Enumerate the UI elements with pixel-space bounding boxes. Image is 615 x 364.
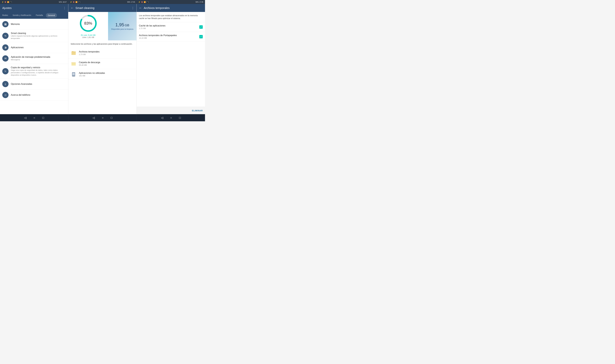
- back-nav-3[interactable]: ◁: [161, 116, 163, 119]
- opciones-text: Opciones Avanzadas: [11, 83, 32, 85]
- descarga-icon: [71, 61, 77, 67]
- mute-icon-1: 🔇: [4, 1, 6, 3]
- recent-nav-1[interactable]: □: [42, 116, 44, 119]
- panel-ajustes: Ajustes ⋮ Redes Sonido y Notificación Pa…: [0, 4, 68, 114]
- back-nav-2[interactable]: ◁: [93, 116, 95, 119]
- svg-rect-8: [72, 73, 75, 75]
- cache-title: Caché de las aplicaciones: [139, 25, 199, 27]
- home-nav-3[interactable]: ○: [170, 116, 172, 119]
- status-bar-3: ⚡ 🔇 📶 📳 59% 17:45: [137, 0, 205, 4]
- tab-sonido[interactable]: Sonido y Notificación: [10, 12, 33, 19]
- sc-item-descarga[interactable]: Carpeta de descarga 35,48 MB: [68, 58, 137, 69]
- signal-icon-3: 📳: [147, 1, 149, 3]
- libre-label: Libre: 1,81 GB: [81, 36, 96, 39]
- portapapeles-checkbox[interactable]: ✓: [199, 35, 203, 39]
- aplicaciones-title: Aplicaciones: [11, 46, 24, 49]
- settings-item-acerca[interactable]: ◫ Acerca del teléfono: [0, 90, 68, 101]
- signal-icon-1: 📳: [10, 1, 12, 3]
- panel-smart-cleaning: ← Smart cleaning ⋮ 83% En uso:: [68, 4, 137, 114]
- back-button-archivos[interactable]: ←: [139, 6, 142, 10]
- memoria-text: Memoria: [11, 23, 20, 26]
- memoria-title: Memoria: [11, 23, 20, 26]
- sc-item-no-utilizadas[interactable]: Aplicaciones no utilizadas 191 MB: [68, 69, 137, 80]
- settings-item-aplicaciones[interactable]: ◑ Aplicaciones: [0, 42, 68, 53]
- backup-text: Copia de seguridad y reinicio Haga una c…: [11, 66, 66, 76]
- recent-nav-2[interactable]: □: [111, 116, 112, 119]
- no-utilizadas-text: Aplicaciones no utilizadas 191 MB: [79, 72, 105, 77]
- nav-bar-2: ◁ ○ □: [68, 114, 137, 121]
- wifi-icon-1: 📶: [7, 1, 9, 3]
- portapapeles-title: Archivos temporales de Portapapeles: [139, 34, 199, 37]
- mute-icon-2: 🔇: [73, 1, 75, 3]
- available-value: 1,95: [115, 22, 124, 27]
- acerca-icon: ◫: [2, 92, 9, 98]
- ajustes-title: Ajustes: [2, 6, 61, 10]
- home-nav-2[interactable]: ○: [102, 116, 104, 119]
- bluetooth-icon-2: ⚡: [70, 1, 72, 3]
- svg-point-9: [73, 76, 74, 76]
- settings-item-smart-cleaning[interactable]: % Smart cleaning Libere espacio borrando…: [0, 30, 68, 42]
- panel-archivos-temporales: ← Archivos temporales Los archivos tempo…: [137, 4, 205, 114]
- tabs-bar: Redes Sonido y Notificación Pantalla Gen…: [0, 12, 68, 19]
- back-nav-1[interactable]: ◁: [24, 116, 26, 119]
- portapapeles-option: Archivos temporales de Portapapeles 14,1…: [137, 32, 205, 41]
- recent-nav-3[interactable]: □: [179, 116, 181, 119]
- descarga-size: 35,48 MB: [79, 64, 100, 66]
- circle-percent: 83%: [84, 21, 92, 26]
- status-info-1: 52% 18:27: [59, 1, 67, 3]
- settings-item-memoria[interactable]: ▦ Memoria: [0, 19, 68, 30]
- eliminar-button[interactable]: ELIMINAR: [192, 109, 203, 112]
- temporales-icon: [71, 50, 77, 56]
- time-1: 18:27: [63, 1, 67, 3]
- settings-item-opciones[interactable]: {} Opciones Avanzadas: [0, 79, 68, 90]
- smart-cleaning-text: Smart cleaning Libere espacio borrando a…: [11, 32, 66, 40]
- sc-circle-area: 83% En uso: 9,44 GB Libre: 1,81 GB: [68, 12, 108, 40]
- time-2: 17:45: [131, 1, 135, 3]
- bluetooth-icon-3: ⚡: [138, 1, 140, 3]
- sc-item-temporales[interactable]: Archivos temporales 1,73 GB: [68, 48, 137, 58]
- battery-1: 52%: [59, 1, 62, 3]
- time-3: 17:45: [199, 1, 203, 3]
- cache-aplicaciones-option: Caché de las aplicaciones 1,72 GB ✓: [137, 22, 205, 32]
- battery-2: 59%: [127, 1, 130, 3]
- more-menu-ajustes[interactable]: ⋮: [63, 6, 66, 10]
- back-button-sc[interactable]: ←: [71, 6, 74, 10]
- tab-general[interactable]: General: [46, 13, 57, 18]
- sc-title: Smart cleaning: [75, 6, 130, 10]
- settings-item-backup[interactable]: ↻ Copia de seguridad y reinicio Haga una…: [0, 64, 68, 79]
- appbar-archivos: ← Archivos temporales: [137, 4, 205, 12]
- appbar-smart-cleaning: ← Smart cleaning ⋮: [68, 4, 137, 12]
- more-menu-sc[interactable]: ⋮: [131, 6, 134, 10]
- portapapeles-size: 14,16 MB: [139, 37, 199, 39]
- settings-list: ▦ Memoria % Smart cleaning Libere espaci…: [0, 19, 68, 114]
- home-nav-1[interactable]: ○: [33, 116, 35, 119]
- settings-item-mensaje[interactable]: ✉ Aplicación de mensaje predeterminada M…: [0, 53, 68, 64]
- backup-subtitle: Haga una copia de seguridad de datos, ta…: [11, 69, 66, 76]
- battery-3: 59%: [195, 1, 199, 3]
- aplicaciones-icon: ◑: [2, 44, 9, 51]
- appbar-ajustes: Ajustes ⋮: [0, 4, 68, 12]
- usage-circle: 83%: [79, 14, 97, 33]
- status-info-2: 59% 17:45: [127, 1, 135, 3]
- status-bar-1: ⚡ 🔇 📶 📳 52% 18:27: [0, 0, 68, 4]
- status-icons-left-1: ⚡ 🔇 📶 📳: [2, 1, 12, 3]
- mute-icon-3: 🔇: [141, 1, 143, 3]
- mensaje-title: Aplicación de mensaje predeterminada: [11, 56, 50, 58]
- tab-pantalla[interactable]: Pantalla: [33, 12, 45, 19]
- wifi-icon-2: 📶: [75, 1, 77, 3]
- no-utilizadas-icon: [71, 71, 77, 77]
- opciones-icon: {}: [2, 81, 9, 87]
- acerca-text: Acerca del teléfono: [11, 94, 30, 96]
- smart-cleaning-icon: %: [2, 33, 9, 39]
- sc-top-area: 83% En uso: 9,44 GB Libre: 1,81 GB: [68, 12, 137, 40]
- sc-available-area: 1,95 GB Disponible para la limpieza: [108, 12, 137, 40]
- tab-redes[interactable]: Redes: [0, 12, 10, 19]
- opciones-title: Opciones Avanzadas: [11, 83, 32, 85]
- cache-size: 1,72 GB: [139, 27, 199, 29]
- acerca-title: Acerca del teléfono: [11, 94, 30, 96]
- svg-rect-3: [71, 52, 76, 55]
- temporales-size: 1,73 GB: [79, 53, 99, 55]
- cache-checkbox[interactable]: ✓: [199, 25, 203, 29]
- status-icons-left-2: ⚡ 🔇 📶 📳: [70, 1, 80, 3]
- disponible-label: Disponible para la limpieza: [111, 28, 133, 30]
